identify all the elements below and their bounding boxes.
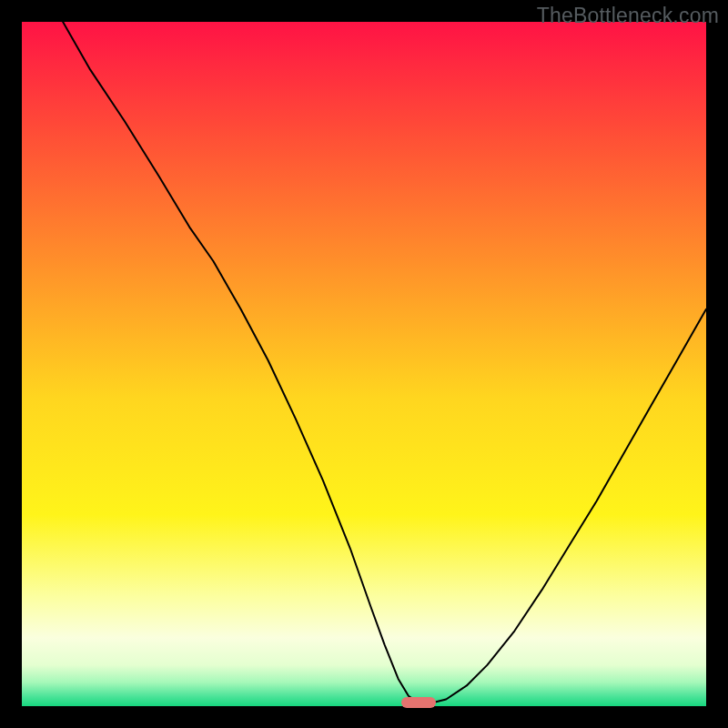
chart-frame: TheBottleneck.com	[0, 0, 728, 728]
optimal-marker	[401, 697, 436, 708]
plot-area	[22, 22, 706, 706]
bottleneck-curve	[22, 22, 706, 706]
watermark-text: TheBottleneck.com	[537, 4, 719, 28]
